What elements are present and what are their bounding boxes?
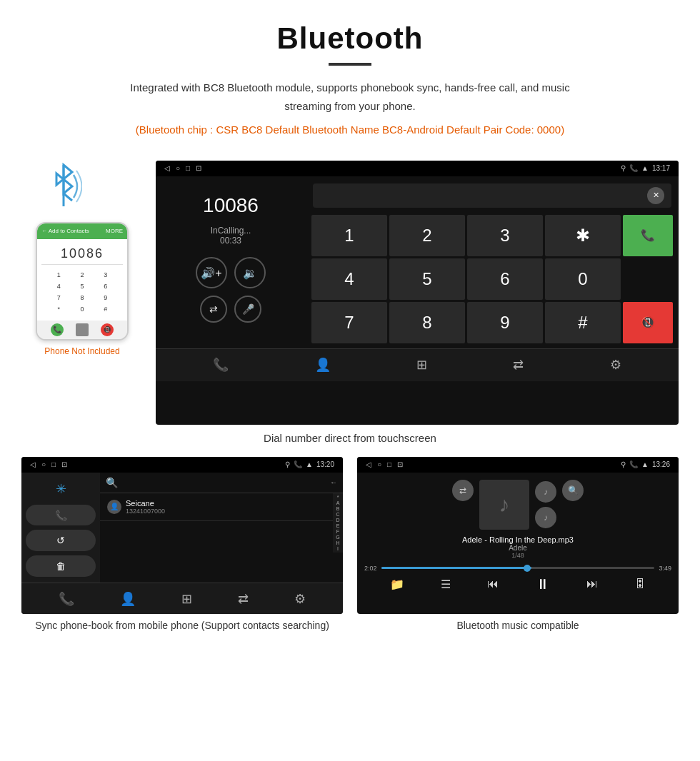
- prev-button[interactable]: ⏮: [487, 578, 499, 590]
- android-dial-screen: ◁ ○ □ ⊡ ⚲ 📞 ▲ 13:17 10086 InCalling... 0…: [156, 161, 679, 425]
- key-6[interactable]: 6: [467, 258, 543, 300]
- phone-not-included-label: Phone Not Included: [44, 346, 119, 356]
- pb-delete-button[interactable]: 🗑: [26, 555, 96, 577]
- progress-track[interactable]: [381, 567, 655, 569]
- dial-content: 10086 InCalling... 00:33 🔊+ 🔉 ⇄: [156, 176, 679, 348]
- pb-sync-button[interactable]: ↺: [26, 530, 96, 551]
- dial-status: InCalling...: [167, 226, 294, 236]
- next-button[interactable]: ⏭: [586, 578, 598, 590]
- pb-screen-icon: ⊡: [61, 460, 67, 468]
- pb-nav-phone[interactable]: 📞: [59, 591, 74, 607]
- folder-button[interactable]: 📁: [390, 578, 404, 591]
- android-navbar: 📞 👤 ⊞ ⇄ ⚙: [156, 348, 679, 381]
- music-call-icon: 📞: [629, 460, 638, 468]
- transfer-button[interactable]: ⇄: [200, 296, 227, 323]
- nav-transfer[interactable]: ⇄: [513, 357, 524, 373]
- pb-back-icon: ◁: [30, 460, 36, 468]
- contact-phone: 13241007000: [126, 508, 165, 515]
- music-playback-controls: 📁 ☰ ⏮ ⏸ ⏭ 🎛: [364, 576, 671, 593]
- music-recent-icon: □: [387, 460, 391, 468]
- nav-phone[interactable]: 📞: [213, 357, 229, 373]
- pb-search-bar[interactable]: 🔍 ←: [100, 473, 343, 493]
- shuffle-button[interactable]: ⇄: [452, 480, 474, 501]
- phone-end-button[interactable]: 📵: [101, 323, 114, 336]
- key-0[interactable]: 0: [545, 258, 621, 300]
- music-time: 13:26: [652, 460, 670, 468]
- screenshot-icon: ⊡: [196, 164, 201, 172]
- phone-menu-button: [76, 323, 89, 336]
- phone-screen: 10086 123 456 789 *0#: [37, 239, 127, 321]
- call-accept-button[interactable]: 📞: [623, 215, 673, 256]
- progress-fill: [381, 567, 532, 569]
- mic-button[interactable]: 🎤: [234, 296, 261, 323]
- key-7[interactable]: 7: [311, 302, 387, 343]
- search-music-button[interactable]: 🔍: [562, 480, 584, 501]
- pb-content: ✳ 📞 ↺ 🗑 🔍 ← 👤: [21, 473, 343, 583]
- music-screen-icon: ⊡: [397, 460, 403, 468]
- bluetooth-icon-area: [46, 161, 118, 218]
- keypad-row-2: 4 5 6 0: [311, 258, 673, 300]
- phonebook-caption: Sync phone-book from mobile phone (Suppo…: [21, 618, 343, 633]
- dial-timer: 00:33: [167, 236, 294, 246]
- nav-settings[interactable]: ⚙: [610, 357, 621, 373]
- call-end-button[interactable]: 📵: [623, 302, 673, 343]
- music-screen: ◁ ○ □ ⊡ ⚲ 📞 ▲ 13:26 ⇄ ♪: [357, 457, 679, 614]
- svg-line-2: [64, 193, 72, 201]
- album-circle-1: ♪: [535, 481, 556, 503]
- phone-call-button[interactable]: 📞: [51, 323, 64, 336]
- pb-contact[interactable]: 👤 Seicane 13241007000: [100, 493, 333, 521]
- phone-side: ← Add to Contacts MORE 10086 123 456 789: [21, 161, 143, 356]
- nav-contacts[interactable]: 👤: [315, 357, 331, 373]
- key-2[interactable]: 2: [389, 215, 465, 256]
- playlist-button[interactable]: ☰: [441, 578, 451, 591]
- key-8[interactable]: 8: [389, 302, 465, 343]
- page-header: Bluetooth Integrated with BC8 Bluetooth …: [0, 0, 700, 161]
- music-gps-icon: ⚲: [621, 460, 626, 468]
- nav-dialpad[interactable]: ⊞: [416, 357, 427, 373]
- phonebook-screen: ◁ ○ □ ⊡ ⚲ 📞 ▲ 13:20 ✳ 📞 ↺: [21, 457, 343, 614]
- pb-nav-contacts[interactable]: 👤: [120, 591, 136, 607]
- key-hash[interactable]: #: [545, 302, 621, 343]
- play-pause-button[interactable]: ⏸: [536, 576, 550, 593]
- pb-home-icon: ○: [41, 460, 46, 468]
- page-note: (Bluetooth chip : CSR BC8 Default Blueto…: [107, 121, 593, 139]
- pb-nav-dialpad[interactable]: ⊞: [181, 591, 192, 607]
- music-time-total: 3:49: [659, 565, 671, 572]
- pb-time: 13:20: [316, 460, 334, 468]
- keypad: 1 2 3 ✱ 📞 4 5 6 0 7 8: [306, 212, 679, 348]
- pb-nav-transfer[interactable]: ⇄: [238, 591, 249, 607]
- key-5[interactable]: 5: [389, 258, 465, 300]
- pb-sidebar: ✳ 📞 ↺ 🗑: [21, 473, 100, 583]
- pb-recent-icon: □: [51, 460, 56, 468]
- music-back-icon: ◁: [366, 460, 371, 468]
- key-star[interactable]: ✱: [545, 215, 621, 256]
- pb-nav-settings[interactable]: ⚙: [294, 591, 306, 607]
- key-4[interactable]: 4: [311, 258, 387, 300]
- pb-call-button[interactable]: 📞: [26, 505, 96, 526]
- recent-icon: □: [186, 164, 190, 172]
- bottom-row: ◁ ○ □ ⊡ ⚲ 📞 ▲ 13:20 ✳ 📞 ↺: [0, 457, 700, 633]
- volume-down-button[interactable]: 🔉: [234, 257, 266, 288]
- music-progress-bar: 2:02 3:49: [364, 565, 671, 572]
- call-icon: 📞: [629, 164, 638, 172]
- page-title: Bluetooth: [43, 21, 657, 56]
- dial-number: 10086: [167, 194, 294, 217]
- pb-main: 🔍 ← 👤 Seicane 13241007000: [100, 473, 343, 583]
- key-1[interactable]: 1: [311, 215, 387, 256]
- contact-name: Seicane: [126, 499, 165, 508]
- key-9[interactable]: 9: [467, 302, 543, 343]
- title-divider: [329, 63, 371, 66]
- dial-input-bar: ✕: [313, 183, 671, 208]
- key-3[interactable]: 3: [467, 215, 543, 256]
- phonebook-item: ◁ ○ □ ⊡ ⚲ 📞 ▲ 13:20 ✳ 📞 ↺: [21, 457, 343, 633]
- pb-gps-icon: ⚲: [285, 460, 290, 468]
- backspace-button[interactable]: ✕: [647, 187, 664, 204]
- signal-icon: ▲: [641, 164, 649, 172]
- back-icon: ◁: [164, 164, 170, 172]
- equalizer-button[interactable]: 🎛: [634, 578, 646, 590]
- volume-up-button[interactable]: 🔊+: [196, 257, 227, 288]
- album-circle-2: ♪: [535, 507, 556, 528]
- bluetooth-icon: [46, 161, 82, 211]
- pb-call-icon: 📞: [294, 460, 302, 468]
- phone-mockup: ← Add to Contacts MORE 10086 123 456 789: [36, 222, 129, 341]
